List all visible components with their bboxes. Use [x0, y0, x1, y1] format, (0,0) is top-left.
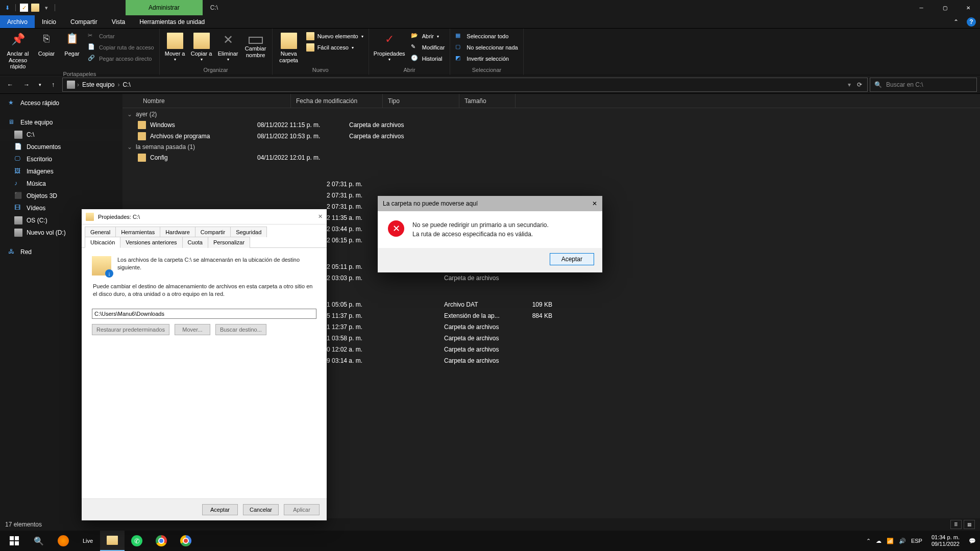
- history-button[interactable]: 🕘Historial: [409, 53, 447, 64]
- sidebar-item-desktop[interactable]: 🖵Escritorio: [0, 153, 122, 165]
- properties-button[interactable]: ✓Propiedades▾: [372, 31, 407, 63]
- search-button[interactable]: 🔍: [27, 531, 51, 551]
- file-row[interactable]: Windows08/11/2022 11:15 p. m.Carpeta de …: [122, 119, 980, 131]
- sidebar-item-music[interactable]: ♪Música: [0, 178, 122, 190]
- folder-icon[interactable]: [31, 4, 39, 12]
- tray-clock[interactable]: 01:34 p. m. 09/11/2022: [927, 534, 964, 547]
- file-row[interactable]: 2 07:31 p. m.: [122, 179, 980, 190]
- easy-access-button[interactable]: Fácil acceso ▾: [304, 42, 365, 53]
- forward-button[interactable]: →: [19, 78, 34, 92]
- collapse-ribbon-icon[interactable]: ⌃: [949, 15, 963, 28]
- minimize-button[interactable]: ─: [910, 0, 933, 15]
- error-titlebar[interactable]: La carpeta no puede moverse aquí ✕: [378, 196, 602, 211]
- tab-home[interactable]: Inicio: [35, 15, 63, 28]
- close-icon[interactable]: ✕: [318, 213, 323, 220]
- select-none-button[interactable]: ▢No seleccionar nada: [453, 42, 520, 53]
- paste-shortcut-button[interactable]: 🔗Pegar acceso directo: [86, 53, 156, 64]
- ok-button[interactable]: Aceptar: [550, 253, 594, 265]
- chevron-down-icon[interactable]: ▾: [845, 81, 854, 88]
- edit-button[interactable]: ✎Modificar: [409, 42, 447, 53]
- dialog-tab[interactable]: Hardware: [160, 227, 195, 237]
- apply-button[interactable]: Aplicar: [284, 504, 320, 515]
- ok-button[interactable]: Aceptar: [202, 504, 238, 515]
- sidebar-item-pictures[interactable]: 🖼Imágenes: [0, 165, 122, 178]
- copy-button[interactable]: ⎘ Copiar: [35, 31, 58, 58]
- sidebar-this-pc[interactable]: 🖥Este equipo: [0, 116, 122, 129]
- cancel-button[interactable]: Cancelar: [243, 504, 279, 515]
- tray-chevron-icon[interactable]: ⌃: [866, 538, 871, 544]
- checkbox-icon[interactable]: ✓: [20, 4, 28, 12]
- tray-volume-icon[interactable]: 🔊: [899, 538, 906, 544]
- col-name[interactable]: Nombre: [138, 94, 291, 108]
- sidebar-item-3d[interactable]: ⬛Objetos 3D: [0, 190, 122, 202]
- dialog-tab[interactable]: Personalizar: [208, 237, 250, 248]
- dialog-tab[interactable]: Herramientas: [115, 227, 160, 237]
- find-target-button[interactable]: Buscar destino...: [215, 324, 266, 335]
- taskbar-app-firefox[interactable]: [51, 531, 76, 551]
- col-type[interactable]: Tipo: [383, 94, 459, 108]
- file-row[interactable]: Archivos de programa08/11/2022 10:53 p. …: [122, 131, 980, 142]
- tray-onedrive-icon[interactable]: ☁: [876, 538, 881, 544]
- invert-selection-button[interactable]: ◩Invertir selección: [453, 53, 520, 64]
- delete-button[interactable]: ✕Eliminar▾: [216, 31, 240, 63]
- taskbar-live[interactable]: Live: [76, 531, 100, 551]
- dialog-tab[interactable]: General: [85, 227, 116, 237]
- dropdown-icon[interactable]: ▾: [42, 4, 51, 12]
- col-size[interactable]: Tamaño: [459, 94, 516, 108]
- tab-share[interactable]: Compartir: [63, 15, 105, 28]
- sidebar-quick-access[interactable]: ★Acceso rápido: [0, 97, 122, 109]
- pin-button[interactable]: 📌 Anclar al Acceso rápido: [3, 31, 33, 71]
- dialog-tab[interactable]: Seguridad: [230, 227, 267, 237]
- taskbar-app-chrome[interactable]: [149, 531, 174, 551]
- dialog-titlebar[interactable]: Propiedades: C:\ ✕: [82, 209, 327, 224]
- paste-button[interactable]: 📋 Pegar: [60, 31, 84, 58]
- down-arrow-icon[interactable]: ⬇: [3, 4, 11, 12]
- context-tab[interactable]: Administrar: [126, 0, 203, 15]
- copy-path-button[interactable]: 📄Copiar ruta de acceso: [86, 42, 156, 53]
- dialog-tab[interactable]: Cuota: [182, 237, 208, 248]
- file-row[interactable]: Config04/11/2022 12:01 p. m.: [122, 152, 980, 163]
- new-item-button[interactable]: Nuevo elemento ▾: [304, 31, 365, 42]
- tray-wifi-icon[interactable]: 📶: [887, 538, 894, 544]
- copy-to-button[interactable]: Copiar a▾: [189, 31, 214, 63]
- up-button[interactable]: ↑: [46, 78, 60, 92]
- tray-language[interactable]: ESP: [911, 538, 922, 544]
- tab-drive-tools[interactable]: Herramientas de unidad: [132, 15, 212, 28]
- refresh-icon[interactable]: ⟳: [854, 81, 865, 88]
- group-header[interactable]: ⌄ayer (2): [122, 109, 980, 119]
- taskbar-app-explorer[interactable]: [100, 531, 125, 551]
- back-button[interactable]: ←: [3, 78, 17, 92]
- taskbar-app-whatsapp[interactable]: ✆: [125, 531, 149, 551]
- breadcrumb-bar[interactable]: › Este equipo › C:\ ▾ ⟳: [62, 78, 868, 92]
- dialog-tab[interactable]: Compartir: [195, 227, 231, 237]
- close-icon[interactable]: ✕: [592, 200, 597, 207]
- sidebar-item-c[interactable]: C:\: [0, 129, 122, 141]
- search-input[interactable]: 🔍 Buscar en C:\: [870, 78, 977, 92]
- maximize-button[interactable]: ▢: [933, 0, 957, 15]
- breadcrumb-segment[interactable]: Este equipo: [79, 81, 117, 88]
- open-button[interactable]: 📂Abrir ▾: [409, 31, 447, 42]
- start-button[interactable]: [2, 531, 27, 551]
- tab-file[interactable]: Archivo: [0, 15, 35, 28]
- sidebar-item-documents[interactable]: 📄Documentos: [0, 141, 122, 153]
- thumbnails-view-button[interactable]: ▦: [964, 520, 975, 529]
- cut-button[interactable]: ✂Cortar: [86, 31, 156, 42]
- tab-view[interactable]: Vista: [105, 15, 132, 28]
- restore-defaults-button[interactable]: Restaurar predeterminados: [92, 324, 169, 335]
- recent-dropdown[interactable]: ▾: [36, 78, 44, 92]
- location-path-input[interactable]: [92, 309, 316, 319]
- move-to-button[interactable]: Mover a▾: [163, 31, 187, 63]
- dialog-tab[interactable]: Ubicación: [85, 237, 120, 248]
- tray-notifications-icon[interactable]: 💬: [969, 538, 976, 544]
- details-view-button[interactable]: ≣: [950, 520, 962, 529]
- rename-button[interactable]: Cambiar nombre: [242, 31, 269, 59]
- col-date[interactable]: Fecha de modificación: [291, 94, 383, 108]
- move-button[interactable]: Mover...: [175, 324, 210, 335]
- group-header[interactable]: ⌄la semana pasada (1): [122, 142, 980, 152]
- taskbar-app-chrome-canary[interactable]: [174, 531, 198, 551]
- select-all-button[interactable]: ▦Seleccionar todo: [453, 31, 520, 42]
- breadcrumb-segment[interactable]: C:\: [119, 81, 133, 88]
- dialog-tab[interactable]: Versiones anteriores: [120, 237, 182, 248]
- help-icon[interactable]: ?: [967, 17, 976, 27]
- new-folder-button[interactable]: Nueva carpeta: [276, 31, 302, 64]
